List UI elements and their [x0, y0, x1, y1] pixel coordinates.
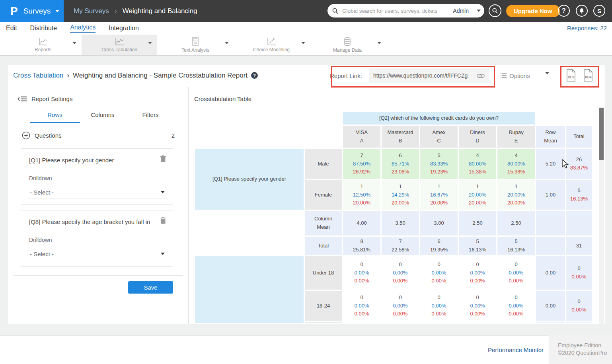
- row-total-cell: 516.13%: [566, 180, 592, 210]
- crosstab-table-wrapper: [Q2] which of the following credit cards…: [194, 111, 599, 323]
- help-button[interactable]: ?: [558, 5, 570, 17]
- data-cell: 00.00%0.00%: [420, 256, 458, 290]
- drilldown-label: Drilldown: [29, 175, 52, 181]
- report-link-label: Report Link:: [330, 72, 362, 79]
- column-mean-cell: 3.00: [420, 211, 458, 236]
- nav-integration[interactable]: Integration: [109, 25, 139, 32]
- collapse-settings-button[interactable]: Report Settings: [18, 95, 72, 102]
- toolbar-choice-modelling[interactable]: Choice Modelling: [239, 35, 304, 55]
- grand-total-cell: 31: [566, 237, 592, 255]
- crosstab-title: Crosstabulation Table: [194, 95, 251, 102]
- data-cell: 00.00%0.00%: [459, 291, 496, 321]
- crosstab-panel: Crosstabulation Table [Q2] which of the …: [189, 87, 605, 324]
- search-button[interactable]: [489, 4, 501, 17]
- row-total-cell: 2683.87%: [566, 149, 592, 179]
- options-label: Options: [509, 72, 530, 79]
- export-xls-icon[interactable]: XLS: [565, 69, 577, 82]
- row-question-cell: [Q1] Please specify your gender: [195, 149, 304, 210]
- table-cell: [343, 322, 380, 323]
- row-label: 18-24: [305, 291, 342, 321]
- delete-question-icon[interactable]: [160, 217, 166, 224]
- toolbar-label: Reports: [35, 47, 51, 53]
- questions-label: Questions: [35, 132, 172, 139]
- report-help-icon[interactable]: ?: [251, 72, 258, 79]
- data-cell: 685.71%23.08%: [382, 149, 419, 179]
- notifications-button[interactable]: [576, 5, 588, 17]
- cross-tabulation-caret[interactable]: [148, 44, 152, 51]
- toolbar-manage-data[interactable]: Manage Data: [315, 35, 380, 55]
- total-row: Total825.81%722.58%619.35%516.13%516.13%…: [195, 237, 592, 255]
- scatter-chart-icon: [266, 37, 277, 46]
- export-pdf-icon[interactable]: PDF: [583, 69, 594, 82]
- cross-tab-chart-icon: [114, 37, 125, 46]
- text-analysis-caret[interactable]: [225, 44, 229, 51]
- row-question-cell-2: [195, 256, 304, 323]
- options-button[interactable]: Options: [501, 68, 530, 83]
- responses-count: Responses: 22: [567, 25, 607, 31]
- data-cell: 583.33%19.23%: [420, 149, 458, 179]
- breadcrumb-my-surveys[interactable]: My Surveys: [74, 7, 109, 15]
- divider: [14, 275, 183, 276]
- manage-data-caret[interactable]: [377, 44, 381, 51]
- performance-monitor-link[interactable]: Performance Monitor: [488, 346, 544, 353]
- banner-row: [Q2] which of the following credit cards…: [195, 112, 592, 125]
- column-header-visa: VISAA: [343, 126, 380, 148]
- select-caret-icon: [161, 191, 165, 193]
- cross-tabulation-link[interactable]: Cross Tabulation: [13, 72, 63, 80]
- row-label: Male: [305, 149, 342, 179]
- row-total-cell: 00.00%: [566, 256, 592, 290]
- nav-edit[interactable]: Edit: [6, 25, 17, 32]
- nav-distribute[interactable]: Distribute: [30, 25, 57, 32]
- row-label: Female: [305, 180, 342, 210]
- global-search-input[interactable]: [341, 8, 450, 14]
- search-scope-caret[interactable]: [473, 4, 484, 18]
- drilldown-label: Drilldown: [29, 237, 52, 243]
- bell-icon: [579, 8, 585, 14]
- questions-count: 2: [172, 132, 175, 139]
- table-cell: [459, 322, 496, 323]
- drilldown-select[interactable]: - Select -: [29, 186, 165, 199]
- report-breadcrumb: Cross Tabulation › Weighting and Balanci…: [13, 72, 258, 80]
- choice-modelling-caret[interactable]: [301, 44, 305, 51]
- user-avatar[interactable]: S: [593, 5, 605, 17]
- tab-filters[interactable]: Filters: [125, 111, 175, 122]
- product-menu[interactable]: P Surveys: [0, 0, 64, 22]
- table-cell: [195, 112, 342, 125]
- tab-columns[interactable]: Columns: [78, 111, 128, 122]
- table-scrollbar-thumb[interactable]: [599, 108, 604, 160]
- nav-analytics[interactable]: Analytics: [70, 24, 96, 33]
- options-caret[interactable]: [545, 74, 549, 82]
- column-mean-row: ColumnMean4.003.503.002.502.50: [195, 211, 592, 236]
- data-cell: 120.00%20.00%: [497, 180, 535, 210]
- drilldown-select[interactable]: - Select -: [29, 248, 165, 260]
- data-cell: 00.00%0.00%: [382, 291, 419, 321]
- report-link-url[interactable]: https://www.questionpro.com/t/lFFCZg: [373, 72, 477, 79]
- search-scope-admin[interactable]: Admin: [453, 8, 469, 14]
- analytics-toolbar: Reports Cross-Tabulation Text Analysis C…: [0, 35, 612, 56]
- line-chart-icon: [38, 37, 48, 46]
- report-link-field[interactable]: https://www.questionpro.com/t/lFFCZg: [369, 68, 489, 83]
- save-button[interactable]: Save: [128, 281, 173, 294]
- column-mean-cell: 3.50: [382, 211, 419, 236]
- report-content: Cross Tabulation › Weighting and Balanci…: [8, 65, 605, 324]
- tab-rows[interactable]: Rows: [30, 111, 80, 123]
- row-mean-header: RowMean: [536, 126, 565, 148]
- toolbar-reports[interactable]: Reports: [11, 35, 75, 55]
- row-label: Under 18: [305, 256, 342, 290]
- toolbar-text-analysis[interactable]: Text Analysis: [163, 35, 228, 55]
- total-cell: 619.35%: [420, 237, 458, 255]
- top-bar: P Surveys My Surveys › Weighting and Bal…: [0, 0, 612, 22]
- delete-question-icon[interactable]: [160, 155, 166, 163]
- data-cell: 120.00%20.00%: [459, 180, 496, 210]
- data-cell: 480.00%15.38%: [497, 149, 535, 179]
- link-icon[interactable]: [477, 74, 485, 78]
- data-cell: 787.50%26.92%: [343, 149, 380, 179]
- select-caret-icon: [161, 253, 165, 255]
- toolbar-cross-tabulation[interactable]: Cross-Tabulation: [82, 35, 157, 55]
- upgrade-now-button[interactable]: Upgrade Now: [506, 5, 560, 17]
- data-row-male: [Q1] Please specify your genderMale787.5…: [195, 149, 592, 179]
- help-icon: ?: [562, 7, 566, 14]
- reports-caret[interactable]: [72, 44, 76, 51]
- add-question-icon[interactable]: [22, 131, 30, 140]
- column-header-diners: DinersD: [459, 126, 496, 148]
